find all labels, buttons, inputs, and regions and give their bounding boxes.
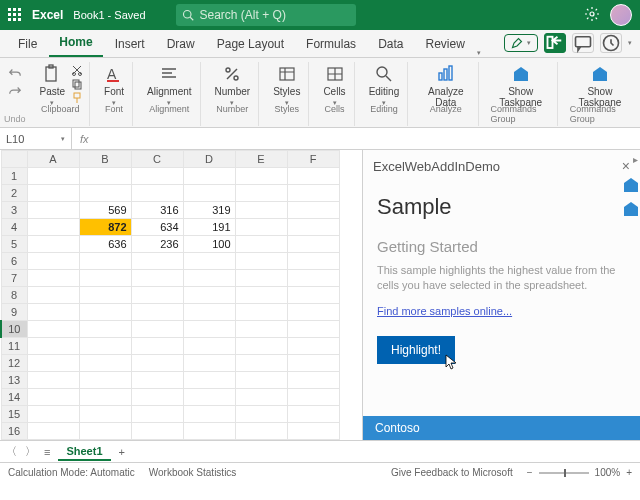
cell[interactable] [235,423,287,440]
cell[interactable] [27,253,79,270]
sheet-nav-first[interactable]: 〈 [6,444,17,459]
editing-mode-button[interactable]: ▾ [504,34,538,52]
cell[interactable] [79,355,131,372]
all-sheets-icon[interactable]: ≡ [44,446,50,458]
cell[interactable] [235,287,287,304]
cell[interactable]: 636 [79,236,131,253]
cell[interactable] [183,372,235,389]
sheet-tab[interactable]: Sheet1 [58,443,110,461]
close-icon[interactable]: × [622,158,630,174]
cell[interactable] [79,270,131,287]
cell[interactable] [183,423,235,440]
column-header[interactable]: F [287,151,339,168]
row-header[interactable]: 13 [1,372,27,389]
cell[interactable] [287,270,339,287]
cell[interactable] [27,270,79,287]
zoom-slider[interactable] [539,472,589,474]
tab-formulas[interactable]: Formulas [296,32,366,57]
cell[interactable] [27,185,79,202]
cell[interactable]: 191 [183,219,235,236]
cell[interactable] [235,219,287,236]
cell[interactable] [287,406,339,423]
chevron-down-icon[interactable]: ▾ [477,49,481,57]
cell[interactable] [235,270,287,287]
tab-file[interactable]: File [8,32,47,57]
cell[interactable] [27,287,79,304]
cell[interactable] [131,372,183,389]
sheet-nav-prev[interactable]: 〉 [25,444,36,459]
cell[interactable] [79,372,131,389]
undo-icon[interactable] [8,66,22,80]
cell[interactable]: 236 [131,236,183,253]
select-all-corner[interactable] [1,151,27,168]
column-header[interactable]: A [27,151,79,168]
cell[interactable]: 569 [79,202,131,219]
cell[interactable] [131,304,183,321]
font-button[interactable]: AFont▾ [102,64,126,107]
row-header[interactable]: 3 [1,202,27,219]
cell[interactable] [235,338,287,355]
cell[interactable] [287,168,339,185]
cell[interactable] [131,287,183,304]
cell[interactable] [183,168,235,185]
cell[interactable] [287,304,339,321]
row-header[interactable]: 5 [1,236,27,253]
status-workbook-stats[interactable]: Workbook Statistics [149,467,237,478]
number-button[interactable]: Number▾ [213,64,253,107]
tab-page-layout[interactable]: Page Layout [207,32,294,57]
cell[interactable] [27,389,79,406]
settings-button[interactable] [584,6,600,25]
cell[interactable] [183,185,235,202]
cell[interactable] [79,185,131,202]
cell[interactable] [27,338,79,355]
cell[interactable] [79,338,131,355]
column-header[interactable]: E [235,151,287,168]
cell[interactable] [27,304,79,321]
cell[interactable] [183,355,235,372]
cell[interactable] [27,355,79,372]
cell[interactable] [79,406,131,423]
cell[interactable] [183,270,235,287]
comments-button[interactable] [572,33,594,53]
cell[interactable] [287,372,339,389]
cell[interactable] [235,321,287,338]
cell[interactable] [131,355,183,372]
tab-draw[interactable]: Draw [157,32,205,57]
zoom-out-button[interactable]: − [527,467,533,478]
row-header[interactable]: 10 [1,321,27,338]
cell[interactable] [235,355,287,372]
row-header[interactable]: 15 [1,406,27,423]
cell[interactable]: 634 [131,219,183,236]
cell[interactable]: 100 [183,236,235,253]
cut-icon[interactable] [71,64,83,76]
addin-icon[interactable] [624,178,638,192]
column-header[interactable]: B [79,151,131,168]
alignment-button[interactable]: Alignment▾ [145,64,193,107]
cell[interactable] [235,202,287,219]
cell[interactable] [79,168,131,185]
add-sheet-button[interactable]: + [119,446,125,458]
column-header[interactable]: D [183,151,235,168]
cell[interactable] [287,423,339,440]
cell[interactable] [183,338,235,355]
cell[interactable] [27,236,79,253]
fx-label[interactable]: fx [72,133,97,145]
row-header[interactable]: 11 [1,338,27,355]
cell[interactable] [287,355,339,372]
cell[interactable] [287,287,339,304]
share-button[interactable] [544,33,566,53]
copy-icon[interactable] [71,78,83,90]
cell[interactable] [79,389,131,406]
column-header[interactable]: C [131,151,183,168]
row-header[interactable]: 4 [1,219,27,236]
cell[interactable] [287,202,339,219]
cell[interactable]: 316 [131,202,183,219]
row-header[interactable]: 12 [1,355,27,372]
cell[interactable] [131,440,183,441]
row-header[interactable]: 8 [1,287,27,304]
cell[interactable] [27,423,79,440]
app-launcher-icon[interactable] [8,8,22,22]
cell[interactable] [27,168,79,185]
highlight-button[interactable]: Highlight! [377,336,455,364]
cell[interactable] [79,440,131,441]
